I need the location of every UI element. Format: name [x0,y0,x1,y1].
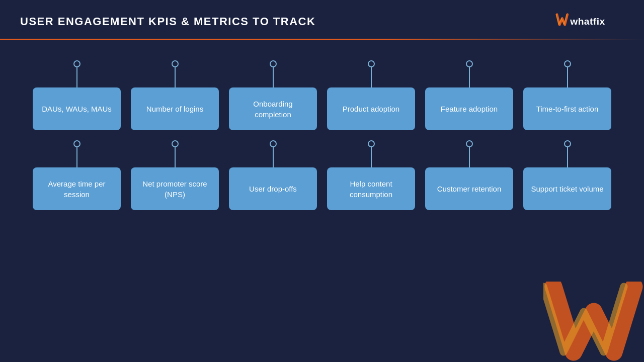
page-header: USER ENGAGEMENT KPIS & METRICS TO TRACK … [0,0,644,33]
connector-circle-user-drop-offs [270,140,277,147]
connector-line-customer-retention [469,147,470,167]
main-content: DAUs, WAUs, MAUsNumber of loginsOnboardi… [0,40,644,220]
kpi-item-net-promoter-score: Net promoter score (NPS) [131,140,219,210]
connector-circle-number-of-logins [172,60,179,67]
kpi-box-time-to-first-action: Time-to-first action [523,87,611,130]
whatfix-logo: whatfix [553,10,624,33]
connector-circle-support-ticket-volume [564,140,571,147]
connector-user-drop-offs [270,140,277,167]
kpi-item-support-ticket-volume: Support ticket volume [523,140,611,210]
connector-circle-time-to-first-action [564,60,571,67]
connector-feature-adoption [466,60,473,87]
connector-line-time-to-first-action [567,67,568,87]
connector-circle-feature-adoption [466,60,473,67]
connector-product-adoption [368,60,375,87]
connector-circle-net-promoter-score [172,140,179,147]
logo: whatfix [553,10,624,33]
page-title: USER ENGAGEMENT KPIS & METRICS TO TRACK [20,15,315,28]
connector-line-dau-wau-mau [76,67,77,87]
connector-line-user-drop-offs [273,147,274,167]
connector-circle-onboarding-completion [270,60,277,67]
kpi-grid: DAUs, WAUs, MAUsNumber of loginsOnboardi… [20,60,624,220]
kpi-item-number-of-logins: Number of logins [131,60,219,130]
kpi-item-onboarding-completion: Onboarding completion [229,60,317,130]
connector-help-content-consumption [368,140,375,167]
kpi-box-net-promoter-score: Net promoter score (NPS) [131,167,219,210]
kpi-box-feature-adoption: Feature adoption [425,87,513,130]
connector-line-support-ticket-volume [567,147,568,167]
connector-average-time-per-session [73,140,80,167]
connector-circle-help-content-consumption [368,140,375,147]
kpi-item-feature-adoption: Feature adoption [425,60,513,130]
connector-number-of-logins [172,60,179,87]
connector-line-help-content-consumption [371,147,372,167]
kpi-item-time-to-first-action: Time-to-first action [523,60,611,130]
connector-net-promoter-score [172,140,179,167]
kpi-item-average-time-per-session: Average time per session [33,140,121,210]
svg-text:whatfix: whatfix [570,16,605,27]
connector-dau-wau-mau [73,60,80,87]
kpi-box-help-content-consumption: Help content consumption [327,167,415,210]
kpi-box-average-time-per-session: Average time per session [33,167,121,210]
watermark [543,282,644,362]
kpi-box-user-drop-offs: User drop-offs [229,167,317,210]
kpi-item-help-content-consumption: Help content consumption [327,140,415,210]
connector-support-ticket-volume [564,140,571,167]
kpi-box-onboarding-completion: Onboarding completion [229,87,317,130]
kpi-row-row1: DAUs, WAUs, MAUsNumber of loginsOnboardi… [20,60,624,130]
connector-onboarding-completion [270,60,277,87]
kpi-box-customer-retention: Customer retention [425,167,513,210]
kpi-box-dau-wau-mau: DAUs, WAUs, MAUs [33,87,121,130]
connector-line-feature-adoption [469,67,470,87]
kpi-item-user-drop-offs: User drop-offs [229,140,317,210]
watermark-svg [543,282,644,362]
connector-line-product-adoption [371,67,372,87]
connector-circle-product-adoption [368,60,375,67]
connector-circle-customer-retention [466,140,473,147]
connector-circle-average-time-per-session [73,140,80,147]
connector-line-number-of-logins [175,67,176,87]
kpi-row-row2: Average time per sessionNet promoter sco… [20,140,624,210]
kpi-box-support-ticket-volume: Support ticket volume [523,167,611,210]
kpi-box-product-adoption: Product adoption [327,87,415,130]
kpi-item-dau-wau-mau: DAUs, WAUs, MAUs [33,60,121,130]
connector-line-net-promoter-score [175,147,176,167]
connector-customer-retention [466,140,473,167]
connector-circle-dau-wau-mau [73,60,80,67]
kpi-item-customer-retention: Customer retention [425,140,513,210]
connector-time-to-first-action [564,60,571,87]
kpi-box-number-of-logins: Number of logins [131,87,219,130]
connector-line-average-time-per-session [76,147,77,167]
kpi-item-product-adoption: Product adoption [327,60,415,130]
connector-line-onboarding-completion [273,67,274,87]
